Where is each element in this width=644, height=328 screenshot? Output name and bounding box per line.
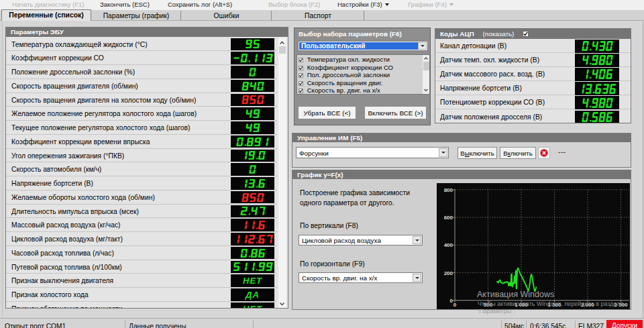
svg-text:400: 400 bbox=[444, 242, 453, 248]
svg-text:800: 800 bbox=[444, 187, 453, 193]
svg-text:600: 600 bbox=[444, 215, 453, 221]
svg-text:0: 0 bbox=[453, 302, 457, 308]
svg-text:200: 200 bbox=[444, 270, 453, 276]
